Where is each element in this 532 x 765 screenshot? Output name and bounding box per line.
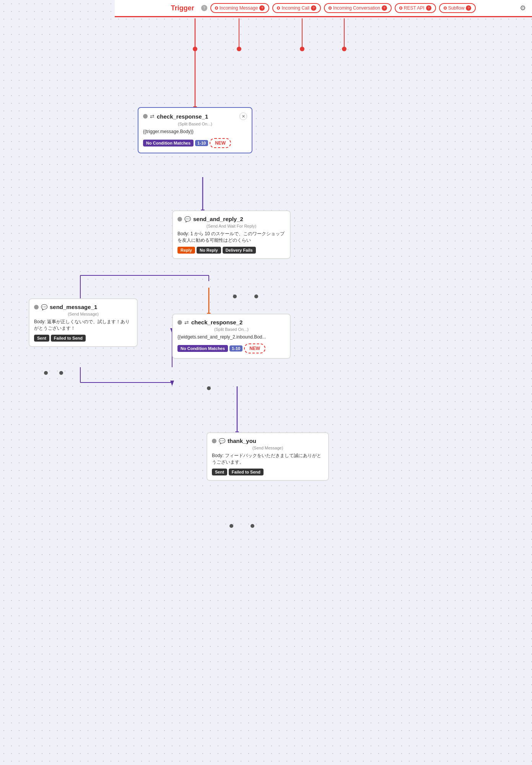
subflow-pill[interactable]: Subflow ? [439,3,476,13]
incoming-conversation-pill[interactable]: Incoming Conversation ? [324,3,392,13]
node-status-dot [177,320,182,325]
incoming-call-help: ? [311,5,316,11]
connectors-svg [0,0,532,765]
send-reply-2-subtitle: (Send And Wait For Reply) [177,224,285,228]
rest-api-pill[interactable]: REST API ? [395,3,436,13]
incoming-message-help: ? [259,5,265,11]
rest-api-help: ? [426,5,431,11]
incoming-message-label: Incoming Message [220,5,258,11]
svg-point-28 [44,371,48,375]
node-status-dot [143,114,148,119]
trigger-help-icon: ? [201,5,207,11]
trigger-title: Trigger [171,4,194,12]
check-response-1-node[interactable]: ⇄ check_response_1 ✕ (Split Based On...)… [138,107,252,153]
no-reply-badge[interactable]: No Reply [197,247,221,254]
no-condition-badge[interactable]: No Condition Matches [143,140,194,146]
pill-dot [329,7,332,10]
failed-to-send-badge-thankyou[interactable]: Failed to Send [229,469,264,475]
send-message-1-body: Body: 返事が正しくないので、試します！ありがとうございます！ [34,319,132,332]
subflow-label: Subflow [448,5,465,11]
subflow-help: ? [466,5,471,11]
thank-you-node[interactable]: 💬 thank_you (Send Message) Body: フィードバック… [207,432,329,481]
svg-point-15 [233,295,237,298]
send-msg-icon: 💬 [41,304,47,310]
svg-point-16 [254,295,258,298]
sent-badge[interactable]: Sent [34,335,49,342]
svg-marker-23 [170,381,174,386]
new-pill[interactable]: NEW [210,138,231,148]
delivery-fails-badge[interactable]: Delivery Fails [223,247,256,254]
send-and-reply-2-node[interactable]: 💬 send_and_reply_2 (Send And Wait For Re… [172,210,291,259]
send-message-1-subtitle: (Send Message) [34,312,132,316]
check-response-2-body: {{widgets.send_and_reply_2.inbound.Bod..… [177,334,285,340]
close-button[interactable]: ✕ [239,112,247,120]
check-response-2-title: check_response_2 [191,319,242,326]
new-pill-2[interactable]: NEW [244,343,265,353]
send-message-1-title: send_message_1 [50,304,97,310]
svg-point-5 [300,47,304,51]
svg-point-1 [193,47,197,51]
check-response-1-body: {{trigger.message.Body}} [143,129,247,135]
range-2-badge[interactable]: 1-10 [229,345,242,352]
failed-to-send-badge[interactable]: Failed to Send [51,335,86,342]
range-badge[interactable]: 1-10 [195,140,208,146]
send-reply-icon: 💬 [184,216,191,222]
check-response-1-title: check_response_1 [157,113,208,120]
check-response-2-node[interactable]: ⇄ check_response_2 (Split Based On...) {… [172,314,291,359]
check-response-2-subtitle: (Split Based On...) [177,327,285,332]
node-status-dot [177,217,182,221]
svg-point-30 [207,386,211,390]
trigger-bar: Trigger ? Incoming Message ? Incoming Ca… [115,0,532,17]
thank-you-title: thank_you [228,438,256,444]
incoming-conversation-label: Incoming Conversation [333,5,380,11]
split2-icon: ⇄ [184,319,189,326]
send-reply-2-body: Body: 1 から 10 のスケールで、このワークショップを友人に勧める可能性… [177,231,285,244]
check-response-1-subtitle: (Split Based On...) [143,122,247,126]
rest-api-label: REST API [404,5,425,11]
incoming-message-pill[interactable]: Incoming Message ? [210,3,270,13]
incoming-call-label: Incoming Call [281,5,309,11]
send-reply-2-title: send_and_reply_2 [193,216,243,222]
svg-point-7 [342,47,347,51]
pill-dot [215,7,218,10]
node-status-dot [212,439,216,443]
incoming-call-pill[interactable]: Incoming Call ? [272,3,321,13]
svg-point-32 [251,524,254,528]
svg-point-3 [237,47,241,51]
svg-point-29 [59,371,63,375]
pill-dot [399,7,402,10]
pill-dot [277,7,280,10]
send-message-1-node[interactable]: 💬 send_message_1 (Send Message) Body: 返事… [29,298,138,347]
pill-dot [444,7,447,10]
reply-badge[interactable]: Reply [177,247,195,254]
trigger-gear-icon[interactable]: ⚙ [520,4,526,12]
sent-badge-thankyou[interactable]: Sent [212,469,227,475]
node-status-dot [34,305,39,309]
thank-you-icon: 💬 [219,438,225,444]
no-condition-2-badge[interactable]: No Condition Matches [177,345,228,352]
incoming-conversation-help: ? [382,5,387,11]
svg-point-31 [229,524,233,528]
thank-you-body: Body: フィードバックをいただきまして誠にありがとうございます。 [212,452,324,466]
split-icon: ⇄ [150,113,155,119]
thank-you-subtitle: (Send Message) [212,446,324,450]
